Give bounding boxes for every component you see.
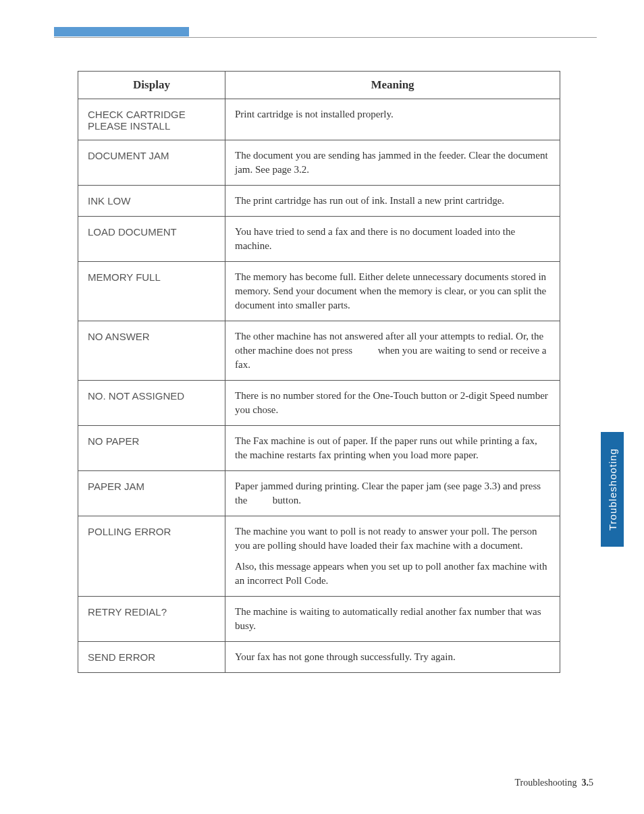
- meaning-cell: There is no number stored for the One-To…: [225, 381, 560, 426]
- meaning-text: Also, this message appears when you set …: [235, 560, 550, 588]
- header-line: [54, 37, 597, 38]
- header-rule: [54, 27, 597, 38]
- table-row: NO ANSWER The other machine has not answ…: [78, 321, 560, 381]
- table-row: SEND ERROR Your fax has not gone through…: [78, 642, 560, 673]
- table-row: POLLING ERROR The machine you want to po…: [78, 516, 560, 597]
- footer-chapter: 3.: [582, 778, 589, 788]
- display-cell: CHECK CARTRIDGE PLEASE INSTALL: [78, 99, 225, 140]
- table-row: PAPER JAM Paper jammed during printing. …: [78, 471, 560, 516]
- display-text: RETRY REDIAL?: [88, 606, 167, 618]
- display-text: INK LOW: [88, 195, 130, 207]
- display-text: POLLING ERROR: [88, 526, 171, 537]
- display-text: SEND ERROR: [88, 651, 155, 663]
- meaning-text: There is no number stored for the One-To…: [235, 389, 550, 417]
- table-header-row: Display Meaning: [78, 72, 560, 99]
- table-row: MEMORY FULL The memory has become full. …: [78, 262, 560, 321]
- display-cell: SEND ERROR: [78, 642, 225, 673]
- display-text: LOAD DOCUMENT: [88, 226, 177, 238]
- meaning-text: Print cartridge is not installed properl…: [235, 107, 550, 121]
- display-text: PAPER JAM: [88, 481, 144, 492]
- display-cell: NO. NOT ASSIGNED: [78, 381, 225, 426]
- side-tab-label: Troubleshooting: [607, 448, 618, 531]
- meaning-part-b: button.: [270, 495, 301, 506]
- footer-page: 5: [589, 778, 593, 788]
- display-text: MEMORY FULL: [88, 271, 161, 283]
- display-cell: DOCUMENT JAM: [78, 140, 225, 186]
- meaning-cell: The print cartridge has run out of ink. …: [225, 186, 560, 217]
- col-meaning: Meaning: [225, 72, 560, 99]
- meaning-cell: Your fax has not gone through successful…: [225, 642, 560, 673]
- table-row: INK LOW The print cartridge has run out …: [78, 186, 560, 217]
- display-text: NO PAPER: [88, 435, 139, 447]
- meaning-text: You have tried to send a fax and there i…: [235, 225, 550, 253]
- table-row: CHECK CARTRIDGE PLEASE INSTALL Print car…: [78, 99, 560, 140]
- meaning-text: Your fax has not gone through successful…: [235, 650, 550, 664]
- meaning-text: The other machine has not answered after…: [235, 329, 550, 372]
- display-text: DOCUMENT JAM: [88, 150, 169, 161]
- meaning-cell: The Fax machine is out of paper. If the …: [225, 426, 560, 471]
- footer-label: Troubleshooting: [514, 778, 576, 788]
- messages-table: Display Meaning CHECK CARTRIDGE PLEASE I…: [78, 71, 560, 673]
- col-display: Display: [78, 72, 225, 99]
- meaning-cell: The machine is waiting to automatically …: [225, 597, 560, 642]
- display-cell: RETRY REDIAL?: [78, 597, 225, 642]
- display-cell: LOAD DOCUMENT: [78, 217, 225, 262]
- table-row: NO PAPER The Fax machine is out of paper…: [78, 426, 560, 471]
- meaning-cell: You have tried to send a fax and there i…: [225, 217, 560, 262]
- display-text: NO. NOT ASSIGNED: [88, 390, 184, 402]
- display-cell: NO PAPER: [78, 426, 225, 471]
- display-text: CHECK CARTRIDGE PLEASE INSTALL: [88, 109, 186, 132]
- display-cell: NO ANSWER: [78, 321, 225, 381]
- meaning-cell: The machine you want to poll is not read…: [225, 516, 560, 597]
- meaning-cell: The document you are sending has jammed …: [225, 140, 560, 186]
- display-cell: MEMORY FULL: [78, 262, 225, 321]
- meaning-cell: The other machine has not answered after…: [225, 321, 560, 381]
- side-tab: Troubleshooting: [601, 432, 624, 547]
- meaning-text: The document you are sending has jammed …: [235, 148, 550, 177]
- display-cell: INK LOW: [78, 186, 225, 217]
- table-row: LOAD DOCUMENT You have tried to send a f…: [78, 217, 560, 262]
- meaning-text: The machine is waiting to automatically …: [235, 605, 550, 633]
- header-accent: [54, 27, 189, 36]
- table-row: NO. NOT ASSIGNED There is no number stor…: [78, 381, 560, 426]
- display-cell: PAPER JAM: [78, 471, 225, 516]
- display-cell: POLLING ERROR: [78, 516, 225, 597]
- table-row: RETRY REDIAL? The machine is waiting to …: [78, 597, 560, 642]
- meaning-text: The memory has become full. Either delet…: [235, 270, 550, 313]
- content-area: Display Meaning CHECK CARTRIDGE PLEASE I…: [78, 71, 560, 673]
- page-footer: Troubleshooting 3.5: [514, 778, 593, 788]
- meaning-cell: The memory has become full. Either delet…: [225, 262, 560, 321]
- table-row: DOCUMENT JAM The document you are sendin…: [78, 140, 560, 186]
- meaning-text: Paper jammed during printing. Clear the …: [235, 479, 550, 508]
- meaning-cell: Print cartridge is not installed properl…: [225, 99, 560, 140]
- meaning-text: The machine you want to poll is not read…: [235, 524, 550, 553]
- meaning-text: The Fax machine is out of paper. If the …: [235, 434, 550, 462]
- display-text: NO ANSWER: [88, 331, 150, 342]
- meaning-text: The print cartridge has run out of ink. …: [235, 194, 550, 208]
- meaning-cell: Paper jammed during printing. Clear the …: [225, 471, 560, 516]
